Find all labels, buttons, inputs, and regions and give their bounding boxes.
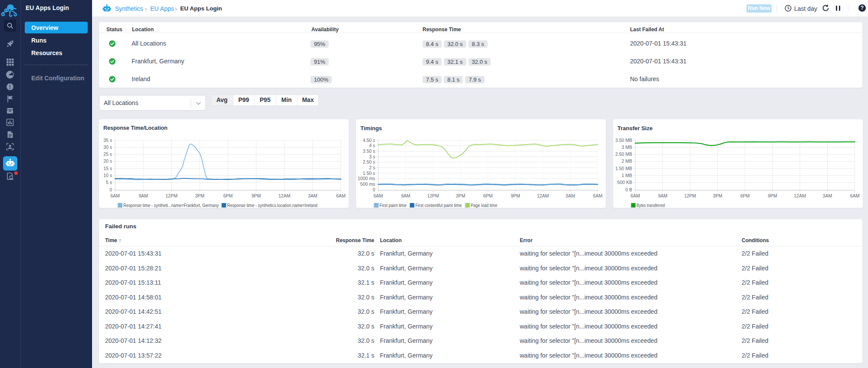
svg-text:500 KB: 500 KB (617, 180, 632, 185)
svg-text:0 B: 0 B (625, 187, 632, 192)
svg-text:4 s: 4 s (369, 143, 375, 148)
svg-text:12PM: 12PM (684, 193, 696, 198)
svg-text:4.50 s: 4.50 s (363, 138, 375, 143)
svg-text:6AM: 6AM (850, 193, 860, 198)
svg-text:3AM: 3AM (823, 193, 832, 198)
svg-text:3.50 s: 3.50 s (363, 148, 375, 154)
svg-text:3.50 MB: 3.50 MB (615, 138, 632, 143)
svg-text:10 s: 10 s (103, 173, 112, 178)
svg-text:12PM: 12PM (165, 193, 177, 198)
svg-text:0: 0 (373, 187, 375, 192)
svg-text:1.50 MB: 1.50 MB (615, 166, 632, 171)
svg-text:3PM: 3PM (195, 193, 205, 198)
svg-text:5 s: 5 s (106, 180, 112, 185)
svg-text:20 s: 20 s (103, 158, 112, 164)
svg-text:6AM: 6AM (373, 193, 383, 198)
svg-text:2.50 MB: 2.50 MB (615, 151, 632, 157)
svg-text:First contentful paint time: First contentful paint time (416, 203, 462, 208)
svg-text:9PM: 9PM (768, 193, 777, 198)
svg-text:9PM: 9PM (511, 193, 520, 198)
svg-text:1 MB: 1 MB (621, 173, 632, 178)
svg-text:1.50 s: 1.50 s (363, 171, 375, 176)
svg-text:9AM: 9AM (658, 193, 667, 198)
svg-text:6AM: 6AM (336, 193, 346, 198)
svg-text:9AM: 9AM (401, 193, 410, 198)
svg-text:9PM: 9PM (251, 193, 261, 198)
svg-text:6PM: 6PM (483, 193, 493, 198)
svg-text:6AM: 6AM (630, 193, 640, 198)
svg-text:500 ms: 500 ms (360, 181, 375, 187)
svg-text:0: 0 (109, 187, 112, 192)
svg-text:12PM: 12PM (427, 193, 439, 198)
svg-text:6AM: 6AM (593, 193, 603, 198)
svg-text:3 s: 3 s (369, 154, 375, 159)
svg-text:6PM: 6PM (740, 193, 750, 198)
svg-text:3 MB: 3 MB (621, 145, 632, 150)
svg-text:2 s: 2 s (369, 165, 375, 170)
svg-text:Response time - syntheti...nam: Response time - syntheti...name=Frankfur… (123, 203, 219, 208)
svg-text:12AM: 12AM (537, 193, 548, 198)
svg-text:2 MB: 2 MB (621, 158, 632, 164)
svg-text:6AM: 6AM (110, 193, 120, 198)
svg-text:1000 ms: 1000 ms (358, 176, 375, 181)
svg-text:Response time - synthetics.loc: Response time - synthetics.location.name… (227, 203, 317, 208)
svg-text:35 s: 35 s (103, 138, 112, 143)
svg-text:3PM: 3PM (713, 193, 723, 198)
svg-text:6PM: 6PM (223, 193, 233, 198)
svg-text:25 s: 25 s (103, 151, 112, 157)
svg-text:30 s: 30 s (103, 145, 112, 150)
svg-text:15 s: 15 s (103, 166, 112, 171)
svg-text:9AM: 9AM (139, 193, 148, 198)
svg-text:Bytes transferred: Bytes transferred (637, 203, 665, 208)
svg-text:3AM: 3AM (566, 193, 575, 198)
svg-text:First paint time: First paint time (380, 203, 406, 208)
svg-text:12AM: 12AM (278, 193, 290, 198)
svg-text:12AM: 12AM (794, 193, 805, 198)
svg-text:Page load time: Page load time (471, 203, 497, 208)
svg-text:2.50 s: 2.50 s (363, 159, 375, 164)
svg-text:3AM: 3AM (308, 193, 317, 198)
svg-text:3PM: 3PM (456, 193, 465, 198)
